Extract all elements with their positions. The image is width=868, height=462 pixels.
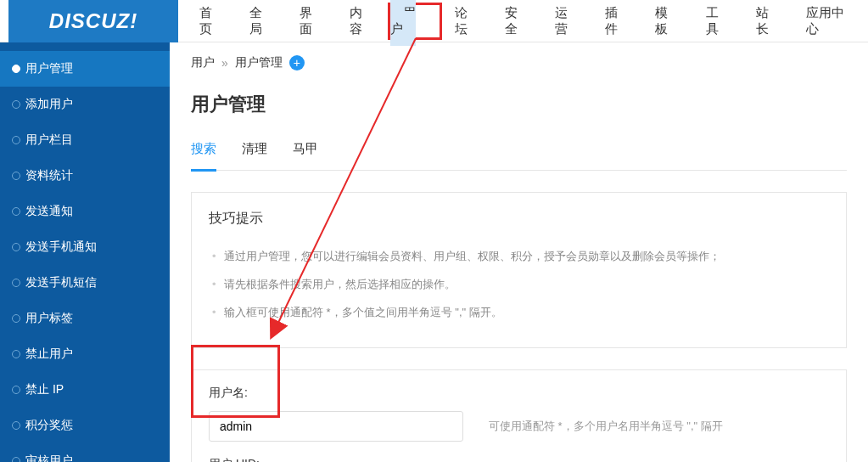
sub-tab-2[interactable]: 马甲 [293, 141, 318, 170]
sidebar-item-11[interactable]: 审核用户 [0, 443, 170, 462]
username-input[interactable] [209, 411, 463, 442]
nav-item-9[interactable]: 模板 [642, 0, 692, 48]
nav-item-8[interactable]: 插件 [592, 0, 642, 48]
annotation-highlight-nav: 用户 [388, 3, 442, 40]
breadcrumb-sep: » [221, 56, 228, 70]
breadcrumb-root[interactable]: 用户 [191, 55, 215, 70]
nav-item-12[interactable]: 应用中心 [793, 0, 868, 48]
sidebar-item-1[interactable]: 添加用户 [0, 87, 170, 122]
sidebar-item-5[interactable]: 发送手机通知 [0, 229, 170, 265]
sidebar-item-3[interactable]: 资料统计 [0, 158, 170, 194]
sidebar-item-9[interactable]: 禁止 IP [0, 372, 170, 408]
logo: DISCUZ! [8, 0, 178, 42]
sidebar-item-6[interactable]: 发送手机短信 [0, 265, 170, 301]
nav-item-6[interactable]: 安全 [492, 0, 542, 48]
sub-tab-1[interactable]: 清理 [242, 141, 267, 170]
nav-item-2[interactable]: 界面 [287, 0, 337, 48]
top-nav: 首页全局界面内容用户论坛安全运营插件模板工具站长应用中心 [187, 0, 868, 48]
tips-item: 通过用户管理，您可以进行编辑会员资料、用户组、权限、积分，授予会员勋章以及删除会… [209, 243, 829, 271]
sidebar-item-8[interactable]: 禁止用户 [0, 336, 170, 372]
nav-item-1[interactable]: 全局 [237, 0, 287, 48]
page-title: 用户管理 [191, 92, 847, 117]
username-label: 用户名: [209, 386, 829, 401]
sidebar-item-7[interactable]: 用户标签 [0, 301, 170, 336]
username-hint: 可使用通配符 *，多个用户名用半角逗号 "," 隔开 [489, 419, 723, 434]
uid-label: 用户 UID: [209, 457, 829, 462]
nav-item-11[interactable]: 站长 [743, 0, 793, 48]
sub-tabs: 搜索清理马甲 [191, 141, 847, 171]
nav-item-10[interactable]: 工具 [693, 0, 743, 48]
nav-item-0[interactable]: 首页 [187, 0, 237, 48]
plus-icon[interactable]: + [289, 55, 305, 70]
sidebar-item-4[interactable]: 发送通知 [0, 194, 170, 229]
search-form: 用户名: 可使用通配符 *，多个用户名用半角逗号 "," 隔开 用户 UID: [191, 369, 847, 462]
tips-title: 技巧提示 [209, 210, 829, 228]
nav-item-5[interactable]: 论坛 [442, 0, 492, 48]
content-area: 用户 » 用户管理 + 用户管理 搜索清理马甲 技巧提示 通过用户管理，您可以进… [170, 42, 868, 462]
sidebar-item-0[interactable]: 用户管理 [0, 51, 170, 87]
tips-item: 输入框可使用通配符 *，多个值之间用半角逗号 "," 隔开。 [209, 299, 829, 327]
nav-item-4[interactable]: 用户 [390, 0, 416, 46]
breadcrumb: 用户 » 用户管理 + [191, 55, 847, 70]
tips-item: 请先根据条件搜索用户，然后选择相应的操作。 [209, 271, 829, 299]
breadcrumb-current: 用户管理 [235, 55, 283, 70]
tips-box: 技巧提示 通过用户管理，您可以进行编辑会员资料、用户组、权限、积分，授予会员勋章… [191, 192, 847, 348]
nav-item-3[interactable]: 内容 [337, 0, 387, 48]
sidebar-item-2[interactable]: 用户栏目 [0, 122, 170, 158]
sub-tab-0[interactable]: 搜索 [191, 141, 216, 172]
sidebar-item-10[interactable]: 积分奖惩 [0, 408, 170, 443]
nav-item-7[interactable]: 运营 [542, 0, 592, 48]
sidebar: 用户管理添加用户用户栏目资料统计发送通知发送手机通知发送手机短信用户标签禁止用户… [0, 42, 170, 462]
